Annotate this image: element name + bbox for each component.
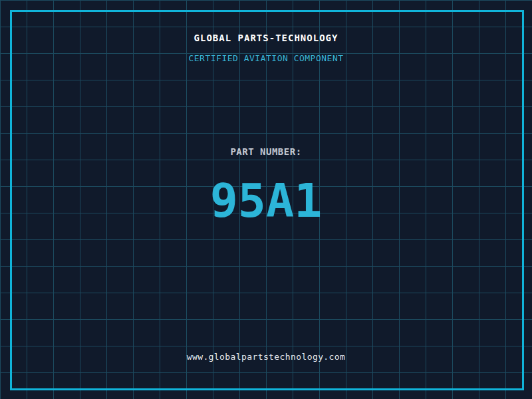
certification-line: CERTIFIED AVIATION COMPONENT [0, 54, 532, 63]
part-number-label: PART NUMBER: [0, 147, 532, 156]
website-url: www.globalpartstechnology.com [0, 352, 532, 362]
part-number-value: 95A1 [0, 178, 532, 224]
company-name: GLOBAL PARTS-TECHNOLOGY [0, 33, 532, 43]
